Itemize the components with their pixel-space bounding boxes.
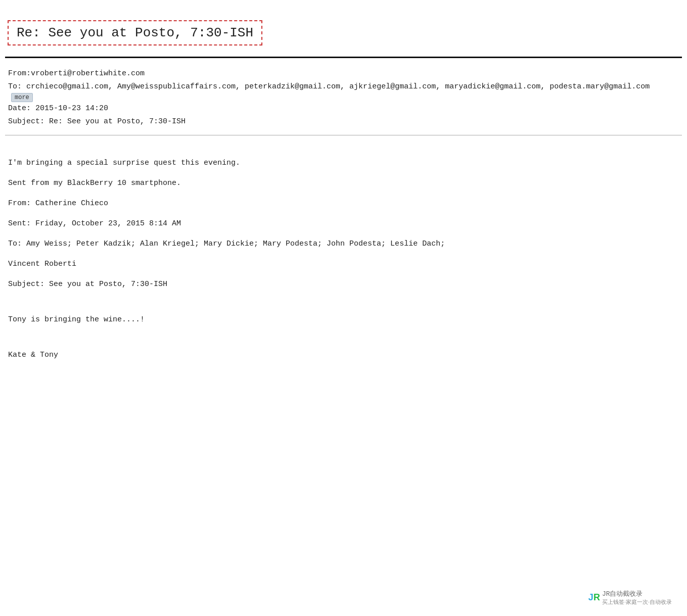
watermark: JR JR自动截收录 买上钱签·家庭一次·自动收录 [588,589,672,606]
to-label: To: [8,80,26,93]
to-line: To: crchieco@gmail.com, Amy@weisspublica… [8,80,679,103]
forwarded-sent: Sent: Friday, October 23, 2015 8:14 AM [8,216,679,231]
body-paragraph-1: I'm bringing a special surprise quest th… [8,156,679,171]
watermark-text-block: JR自动截收录 买上钱签·家庭一次·自动收录 [602,589,672,606]
body-paragraph-2: Sent from my BlackBerry 10 smartphone. [8,176,679,191]
thick-divider [5,57,682,58]
watermark-j: J [588,592,593,603]
from-label: From: [8,67,31,80]
forwarded-to: To: Amy Weiss; Peter Kadzik; Alan Kriege… [8,236,679,252]
email-subject-box: Re: See you at Posto, 7:30-ISH [8,20,262,45]
forwarded-subject: Subject: See you at Posto, 7:30-ISH [8,277,679,292]
original-body-2: Kate & Tony [8,348,679,363]
original-body-1: Tony is bringing the wine....! [8,312,679,327]
date-label: Date: [8,102,35,115]
date-value: 2015-10-23 14:20 [35,102,108,115]
subject-label: Subject: [8,115,49,128]
email-subject-heading: Re: See you at Posto, 7:30-ISH [17,25,253,40]
watermark-logo: JR [588,592,600,603]
subject-meta-line: Subject: Re: See you at Posto, 7:30-ISH [8,115,679,128]
to-value: crchieco@gmail.com, Amy@weisspublicaffai… [26,80,650,93]
email-body: I'm bringing a special surprise quest th… [5,140,682,373]
thin-divider [5,135,682,135]
watermark-sub-text: 买上钱签·家庭一次·自动收录 [602,598,672,606]
from-value: vroberti@robertiwhite.com [31,67,145,80]
from-line: From:vroberti@robertiwhite.com [8,67,679,80]
forwarded-to2: Vincent Roberti [8,257,679,272]
email-meta: From:vroberti@robertiwhite.com To: crchi… [5,65,682,130]
date-line: Date: 2015-10-23 14:20 [8,102,679,115]
forwarded-from: From: Catherine Chieco [8,196,679,211]
watermark-r: R [593,592,600,603]
watermark-main-text: JR自动截收录 [602,589,672,598]
subject-meta-value: Re: See you at Posto, 7:30-ISH [49,115,186,128]
more-button[interactable]: more [11,93,33,102]
